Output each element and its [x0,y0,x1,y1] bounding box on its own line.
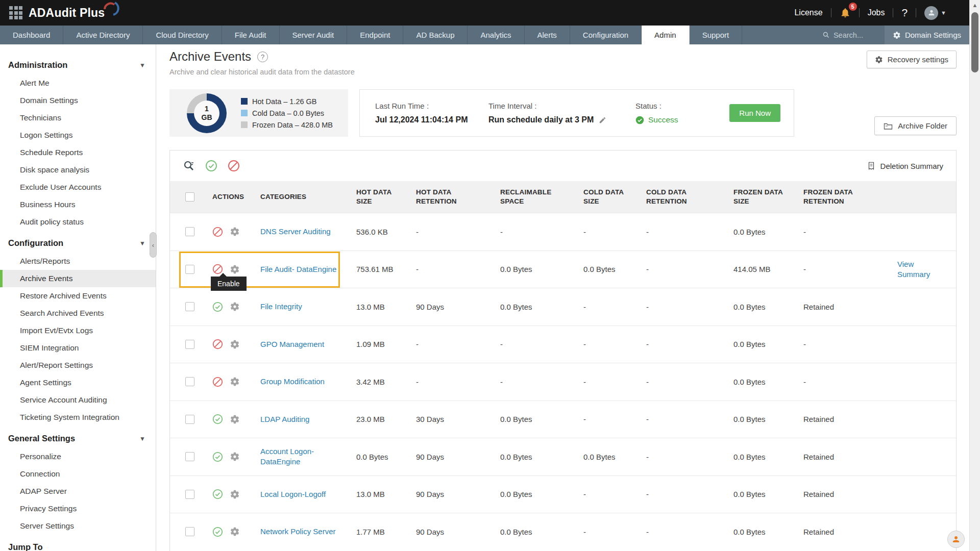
enabled-status-icon[interactable] [212,302,223,312]
category-link[interactable]: Account Logon-DataEngine [260,446,348,467]
sidebar-collapse-handle[interactable]: ‹ [150,232,157,258]
user-menu[interactable]: ▼ [916,6,954,20]
chat-assistant-button[interactable] [947,531,965,548]
gear-icon[interactable] [230,527,240,537]
search-input[interactable] [834,31,877,39]
nav-tab-server-audit[interactable]: Server Audit [280,26,348,44]
table-row: Group Modification3.42 MB----0.0 Bytes- [170,363,956,400]
nav-tab-support[interactable]: Support [690,26,743,44]
select-all-checkbox[interactable] [185,192,194,202]
row-checkbox[interactable] [185,490,194,499]
sidebar-item-import-evt-evtx-logs[interactable]: Import Evt/Evtx Logs [0,322,156,339]
sidebar-section-configuration[interactable]: Configuration▼ [0,234,156,253]
recovery-settings-button[interactable]: Recovery settings [867,51,957,68]
enabled-status-icon[interactable] [212,452,223,462]
nav-tab-active-directory[interactable]: Active Directory [63,26,143,44]
sidebar-item-logon-settings[interactable]: Logon Settings [0,127,156,144]
sidebar-section-administration[interactable]: Administration▼ [0,56,156,74]
gear-icon[interactable] [230,339,240,349]
row-checkbox[interactable] [185,377,194,386]
sidebar-item-disk-space-analysis[interactable]: Disk space analysis [0,161,156,179]
run-now-button[interactable]: Run Now [729,104,780,122]
notifications-button[interactable]: 5 [831,7,859,18]
gear-icon[interactable] [230,414,240,424]
sidebar-item-privacy-settings[interactable]: Privacy Settings [0,500,156,517]
category-link[interactable]: File Audit- DataEngine [260,264,347,274]
sidebar-item-adap-server[interactable]: ADAP Server [0,483,156,500]
jobs-link[interactable]: Jobs [860,8,893,17]
category-link[interactable]: Group Modification [260,377,335,387]
disabled-status-icon[interactable] [212,339,223,349]
nav-tab-analytics[interactable]: Analytics [468,26,524,44]
gear-icon[interactable] [230,377,240,387]
deletion-summary-button[interactable]: Deletion Summary [867,161,943,170]
enable-selected-icon[interactable] [205,160,217,172]
vertical-scrollbar[interactable]: ▲ [969,0,980,551]
sidebar-item-restore-archived-events[interactable]: Restore Archived Events [0,287,156,305]
sidebar-item-alert-me[interactable]: Alert Me [0,74,156,92]
row-checkbox[interactable] [185,227,194,236]
category-link[interactable]: GPO Management [260,339,334,349]
nav-tab-dashboard[interactable]: Dashboard [0,26,63,44]
nav-tab-ad-backup[interactable]: AD Backup [403,26,468,44]
search-filter-icon[interactable] [183,160,195,172]
nav-tab-file-audit[interactable]: File Audit [222,26,280,44]
category-link[interactable]: DNS Server Auditing [260,227,341,237]
gear-icon[interactable] [230,452,240,462]
scroll-up-arrow[interactable]: ▲ [970,0,980,10]
license-link[interactable]: License [786,8,830,17]
edit-pencil-icon[interactable] [599,116,606,124]
sidebar-item-search-archived-events[interactable]: Search Archived Events [0,305,156,322]
nav-tab-admin[interactable]: Admin [642,26,690,44]
gear-icon[interactable] [230,302,240,312]
nav-tab-configuration[interactable]: Configuration [570,26,642,44]
row-checkbox[interactable] [185,302,194,311]
row-checkbox[interactable] [185,265,194,274]
sidebar-item-archive-events[interactable]: Archive Events [0,270,156,287]
sidebar-item-audit-policy-status[interactable]: Audit policy status [0,213,156,231]
sidebar-item-personalize[interactable]: Personalize [0,448,156,465]
category-link[interactable]: Network Policy Server [260,527,346,537]
row-checkbox[interactable] [185,527,194,536]
sidebar-section-general-settings[interactable]: General Settings▼ [0,429,156,448]
row-checkbox[interactable] [185,340,194,349]
sidebar-item-ticketing-system-integration[interactable]: Ticketing System Integration [0,409,156,426]
sidebar-item-exclude-user-accounts[interactable]: Exclude User Accounts [0,179,156,196]
nav-tab-alerts[interactable]: Alerts [525,26,570,44]
domain-settings-button[interactable]: Domain Settings [885,26,969,44]
view-summary-link[interactable]: View Summary [897,260,930,279]
sidebar-item-service-account-auditing[interactable]: Service Account Auditing [0,391,156,409]
sidebar-item-domain-settings[interactable]: Domain Settings [0,92,156,109]
gear-icon[interactable] [230,489,240,499]
help-button[interactable]: ? [893,7,916,19]
category-link[interactable]: LDAP Auditing [260,414,320,424]
page-help-icon[interactable]: ? [257,52,268,62]
disabled-status-icon[interactable] [212,377,223,387]
category-link[interactable]: File Integrity [260,302,312,312]
gear-icon[interactable] [230,264,240,274]
category-link[interactable]: Local Logon-Logoff [260,489,336,499]
disable-selected-icon[interactable] [228,160,240,172]
enabled-status-icon[interactable] [212,414,223,424]
sidebar-item-server-settings[interactable]: Server Settings [0,517,156,535]
sidebar-item-technicians[interactable]: Technicians [0,109,156,127]
sidebar-item-agent-settings[interactable]: Agent Settings [0,374,156,391]
nav-tab-endpoint[interactable]: Endpoint [347,26,403,44]
disabled-status-icon[interactable] [212,227,223,237]
archive-folder-button[interactable]: Archive Folder [874,116,957,135]
row-checkbox[interactable] [185,452,194,461]
row-checkbox[interactable] [185,415,194,424]
gear-icon[interactable] [230,227,240,237]
enabled-status-icon[interactable] [212,489,223,499]
sidebar-item-alerts-reports[interactable]: Alerts/Reports [0,253,156,270]
enabled-status-icon[interactable] [212,527,223,537]
sidebar-item-siem-integration[interactable]: SIEM Integration [0,339,156,357]
sidebar-item-connection[interactable]: Connection [0,465,156,483]
sidebar-item-schedule-reports[interactable]: Schedule Reports [0,144,156,161]
sidebar-section-jump-to[interactable]: Jump To [0,538,156,551]
sidebar-item-business-hours[interactable]: Business Hours [0,196,156,213]
app-grid-icon[interactable] [9,6,22,19]
scrollbar-thumb[interactable] [971,12,978,72]
sidebar-item-alert-report-settings[interactable]: Alert/Report Settings [0,357,156,374]
nav-tab-cloud-directory[interactable]: Cloud Directory [143,26,222,44]
